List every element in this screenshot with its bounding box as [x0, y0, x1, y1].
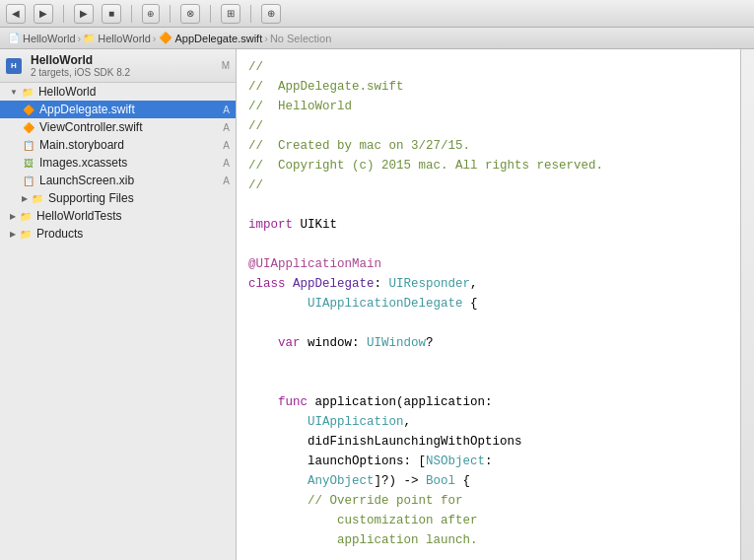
code-line-18: func application(application:	[248, 392, 728, 412]
code-line-10	[248, 235, 728, 254]
project-subtitle: 2 targets, iOS SDK 8.2	[31, 67, 130, 78]
project-header: H HelloWorld 2 targets, iOS SDK 8.2 M	[0, 49, 236, 83]
imagesxcassets-badge: A	[223, 158, 236, 169]
breadcrumb-arrow-1: ›	[78, 33, 82, 44]
code-line-4: //	[248, 116, 728, 136]
code-line-8	[248, 195, 728, 215]
sidebar-item-products[interactable]: 📁 Products	[0, 225, 236, 243]
products-folder-icon: 📁	[19, 227, 33, 241]
code-line-7: //	[248, 175, 728, 195]
breadcrumb-folder-item: 📁 HelloWorld	[83, 33, 151, 44]
launchscreen-label: LaunchScreen.xib	[39, 174, 223, 187]
xib-icon: 📋	[22, 174, 35, 187]
code-line-13: UIApplicationDelegate {	[248, 294, 728, 314]
separator-4	[210, 5, 211, 23]
group-label: HelloWorld	[38, 85, 236, 99]
code-line-20: didFinishLaunchingWithOptions	[248, 432, 728, 452]
swift-file-icon: 🔶	[22, 103, 35, 116]
code-line-14	[248, 314, 728, 333]
no-selection-label: No Selection	[270, 33, 331, 44]
group-folder-icon: 📁	[21, 85, 34, 99]
breadcrumb-file-icon: 📄	[8, 33, 20, 43]
appdelegate-label: AppDelegate.swift	[39, 103, 223, 116]
sidebar-item-mainstoryboard[interactable]: 📋 Main.storyboard A	[0, 136, 236, 154]
viewcontroller-label: ViewController.swift	[39, 120, 223, 134]
project-title: HelloWorld	[31, 53, 130, 67]
sidebar-item-viewcontroller[interactable]: 🔶 ViewController.swift A	[0, 118, 236, 136]
code-line-5: // Created by mac on 3/27/15.	[248, 136, 728, 156]
breadcrumb-current-file: 🔶 AppDelegate.swift	[159, 32, 263, 44]
viewcontroller-swift-icon: 🔶	[22, 120, 35, 134]
storyboard-icon: 📋	[22, 138, 35, 152]
code-line-1: //	[248, 57, 728, 77]
code-line-21: launchOptions: [NSObject:	[248, 452, 728, 471]
breadcrumb-arrow-3: ›	[264, 33, 268, 44]
code-line-9: import UIKit	[248, 215, 728, 235]
grid-button[interactable]: ⊞	[221, 4, 240, 24]
code-line-23: // Override point for	[248, 491, 728, 511]
breakpoints-button[interactable]: ⊗	[180, 4, 200, 24]
imagesxcassets-label: Images.xcassets	[39, 156, 223, 170]
sidebar-item-imagesxcassets[interactable]: 🖼 Images.xcassets A	[0, 154, 236, 172]
code-line-22: AnyObject]?) -> Bool {	[248, 471, 728, 491]
separator-3	[170, 5, 171, 23]
breadcrumb-arrow-2: ›	[153, 33, 157, 44]
sidebar-item-launchscreen[interactable]: 📋 LaunchScreen.xib A	[0, 172, 236, 189]
sidebar-item-supporting[interactable]: 📁 Supporting Files	[0, 189, 236, 207]
code-line-16	[248, 353, 728, 373]
forward-button[interactable]: ▶	[34, 4, 53, 24]
toolbar: ◀ ▶ ▶ ■ ⊕ ⊗ ⊞ ⊕	[0, 0, 754, 28]
project-icon: H	[6, 58, 22, 74]
add-button[interactable]: ⊕	[261, 4, 281, 24]
supporting-folder-icon: 📁	[31, 191, 44, 205]
project-badge: M	[222, 60, 230, 71]
breadcrumb-item-1[interactable]: HelloWorld	[23, 33, 76, 44]
appdelegate-badge: A	[223, 105, 236, 115]
code-line-19: UIApplication,	[248, 412, 728, 432]
sidebar-item-appdelegate[interactable]: 🔶 AppDelegate.swift A	[0, 101, 236, 118]
code-line-12: class AppDelegate: UIResponder,	[248, 274, 728, 294]
separator-2	[131, 5, 132, 23]
code-line-11: @UIApplicationMain	[248, 254, 728, 274]
right-inspector-panel	[740, 49, 754, 560]
disclosure-helloworld[interactable]	[10, 88, 18, 97]
disclosure-tests[interactable]	[10, 212, 16, 221]
code-line-24: customization after	[248, 511, 728, 530]
separator-1	[63, 5, 64, 23]
breadcrumb-item-3[interactable]: AppDelegate.swift	[175, 33, 263, 44]
products-label: Products	[36, 227, 236, 241]
helloworldtests-label: HelloWorldTests	[36, 209, 236, 223]
run-button[interactable]: ▶	[74, 4, 94, 24]
breadcrumb-folder-icon: 📁	[83, 33, 95, 43]
breadcrumb: 📄 HelloWorld › 📁 HelloWorld › 🔶 AppDeleg…	[0, 28, 754, 49]
project-info: HelloWorld 2 targets, iOS SDK 8.2	[31, 53, 130, 78]
code-line-25: application launch.	[248, 530, 728, 550]
code-line-3: // HelloWorld	[248, 97, 728, 116]
code-line-15: var window: UIWindow?	[248, 333, 728, 353]
disclosure-supporting[interactable]	[22, 194, 28, 203]
sidebar-item-helloworldtests[interactable]: 📁 HelloWorldTests	[0, 207, 236, 225]
sidebar-item-helloworld-group[interactable]: 📁 HelloWorld	[0, 83, 236, 101]
mainstoryboard-label: Main.storyboard	[39, 138, 223, 152]
code-line-2: // AppDelegate.swift	[248, 77, 728, 97]
disclosure-products[interactable]	[10, 230, 16, 239]
mainstoryboard-badge: A	[223, 140, 236, 151]
main-area: H HelloWorld 2 targets, iOS SDK 8.2 M 📁 …	[0, 49, 754, 560]
breadcrumb-item-2[interactable]: HelloWorld	[98, 33, 151, 44]
separator-5	[250, 5, 251, 23]
breadcrumb-swift-icon: 🔶	[159, 32, 172, 44]
breadcrumb-file-item: 📄 HelloWorld	[8, 33, 76, 44]
viewcontroller-badge: A	[223, 122, 236, 133]
sidebar: H HelloWorld 2 targets, iOS SDK 8.2 M 📁 …	[0, 49, 237, 560]
scheme-button[interactable]: ⊕	[142, 4, 160, 24]
code-editor[interactable]: // // AppDelegate.swift // HelloWorld //…	[237, 49, 740, 560]
code-line-17	[248, 373, 728, 392]
supporting-label: Supporting Files	[48, 191, 236, 205]
launchscreen-badge: A	[223, 175, 236, 186]
xcassets-icon: 🖼	[22, 156, 35, 170]
back-button[interactable]: ◀	[6, 4, 26, 24]
code-line-6: // Copyright (c) 2015 mac. All rights re…	[248, 156, 728, 175]
stop-button[interactable]: ■	[102, 4, 121, 24]
tests-folder-icon: 📁	[19, 209, 33, 223]
